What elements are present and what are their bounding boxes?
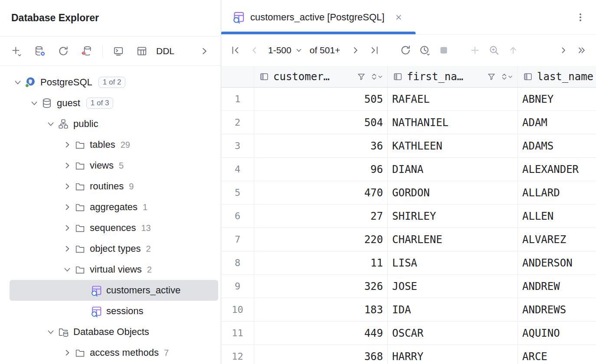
- table-row[interactable]: 12 368 HARRY ARCE: [221, 345, 596, 364]
- row-number[interactable]: 4: [221, 158, 254, 181]
- chevron-down-icon[interactable]: [62, 264, 73, 275]
- row-number[interactable]: 1: [221, 88, 254, 110]
- column-header-first-name[interactable]: first_na…: [388, 66, 518, 87]
- row-number[interactable]: 10: [221, 298, 254, 321]
- cell-customer-id[interactable]: 504: [254, 111, 388, 134]
- tab-close-button[interactable]: [393, 12, 404, 23]
- row-number[interactable]: 9: [221, 275, 254, 298]
- table-row[interactable]: 1 505 RAFAEL ABNEY: [221, 88, 596, 111]
- tree-item-public[interactable]: public: [10, 114, 218, 134]
- previous-page-button[interactable]: [246, 41, 264, 59]
- cell-customer-id[interactable]: 470: [254, 181, 388, 204]
- chevron-right-icon[interactable]: [62, 222, 73, 234]
- tree-item-postgresql[interactable]: PostgreSQL 1 of 2: [10, 72, 218, 93]
- cell-last-name[interactable]: ALLEN: [518, 205, 596, 228]
- cell-last-name[interactable]: ALLARD: [518, 181, 596, 204]
- table-row[interactable]: 5 470 GORDON ALLARD: [221, 181, 596, 205]
- next-page-button[interactable]: [346, 41, 364, 59]
- cell-customer-id[interactable]: 96: [254, 158, 388, 181]
- cell-last-name[interactable]: ALVAREZ: [518, 228, 596, 251]
- stop-query-button[interactable]: [435, 41, 453, 59]
- ddl-button[interactable]: DDL: [156, 42, 175, 60]
- cell-last-name[interactable]: ANDERSON: [518, 251, 596, 274]
- row-number[interactable]: 2: [221, 111, 254, 134]
- table-row[interactable]: 4 96 DIANA ALEXANDER: [221, 158, 596, 181]
- tree-item-guest[interactable]: guest 1 of 3: [10, 93, 218, 114]
- table-row[interactable]: 10 183 IDA ANDREWS: [221, 298, 596, 322]
- cell-first-name[interactable]: RAFAEL: [388, 88, 518, 110]
- cell-customer-id[interactable]: 11: [254, 251, 388, 274]
- tree-item-tables[interactable]: tables 29: [10, 134, 218, 155]
- tree-item-views[interactable]: views 5: [10, 155, 218, 176]
- tree-item-database-objects[interactable]: Database Objects: [10, 322, 218, 342]
- first-page-button[interactable]: [226, 41, 245, 59]
- cell-last-name[interactable]: ARCE: [518, 345, 596, 364]
- cell-first-name[interactable]: GORDON: [388, 181, 518, 204]
- cell-first-name[interactable]: KATHLEEN: [388, 134, 518, 157]
- add-row-button[interactable]: [466, 41, 484, 59]
- chevron-right-icon[interactable]: [62, 347, 73, 358]
- filter-funnel-icon[interactable]: [487, 72, 496, 81]
- chevron-right-icon[interactable]: [62, 181, 73, 192]
- detach-data-source-button[interactable]: [77, 42, 96, 60]
- cell-first-name[interactable]: CHARLENE: [388, 228, 518, 251]
- table-row[interactable]: 3 36 KATHLEEN ADAMS: [221, 134, 596, 158]
- cell-first-name[interactable]: DIANA: [388, 158, 518, 181]
- cell-customer-id[interactable]: 326: [254, 275, 388, 298]
- tree-item-customers-active[interactable]: customers_active: [10, 280, 218, 301]
- last-page-button[interactable]: [365, 41, 383, 59]
- table-row[interactable]: 7 220 CHARLENE ALVAREZ: [221, 228, 596, 251]
- chevron-right-icon[interactable]: [62, 160, 73, 171]
- new-item-button[interactable]: [7, 42, 26, 60]
- cell-first-name[interactable]: JOSE: [388, 275, 518, 298]
- toolbar-more-chevron[interactable]: [195, 42, 214, 60]
- tree-item-sequences[interactable]: sequences 13: [10, 218, 218, 238]
- scroll-toolbar-chevron[interactable]: [554, 41, 573, 59]
- chevron-down-icon[interactable]: [12, 77, 23, 88]
- row-number[interactable]: 7: [221, 228, 254, 251]
- submit-changes-button[interactable]: [504, 41, 522, 59]
- table-row[interactable]: 6 27 SHIRLEY ALLEN: [221, 205, 596, 228]
- row-number[interactable]: 12: [221, 345, 254, 364]
- table-row[interactable]: 8 11 LISA ANDERSON: [221, 251, 596, 275]
- row-number[interactable]: 8: [221, 251, 254, 274]
- page-range-dropdown[interactable]: 1-500: [265, 45, 306, 55]
- cell-last-name[interactable]: ADAMS: [518, 134, 596, 157]
- cell-last-name[interactable]: ALEXANDER: [518, 158, 596, 181]
- cell-customer-id[interactable]: 220: [254, 228, 388, 251]
- cell-last-name[interactable]: AQUINO: [518, 322, 596, 344]
- cell-first-name[interactable]: LISA: [388, 251, 518, 274]
- chevron-down-icon[interactable]: [45, 326, 56, 338]
- sort-arrows-icon[interactable]: [500, 72, 513, 81]
- cell-last-name[interactable]: ANDREWS: [518, 298, 596, 321]
- cell-last-name[interactable]: ABNEY: [518, 88, 596, 110]
- gutter-header-cell[interactable]: [221, 66, 254, 87]
- tree-item-sessions[interactable]: sessions: [10, 301, 218, 322]
- cell-last-name[interactable]: ANDREW: [518, 275, 596, 298]
- row-number[interactable]: 11: [221, 322, 254, 344]
- editor-options-button[interactable]: [575, 12, 596, 23]
- row-number[interactable]: 6: [221, 205, 254, 228]
- auto-refresh-button[interactable]: [416, 41, 434, 59]
- table-row[interactable]: 11 449 OSCAR AQUINO: [221, 322, 596, 345]
- tree-item-object-types[interactable]: object types 2: [10, 238, 218, 259]
- cell-customer-id[interactable]: 36: [254, 134, 388, 157]
- refresh-button[interactable]: [54, 42, 73, 60]
- table-row[interactable]: 9 326 JOSE ANDREW: [221, 275, 596, 298]
- tree-item-routines[interactable]: routines 9: [10, 176, 218, 197]
- data-source-properties-button[interactable]: [30, 42, 49, 60]
- filter-funnel-icon[interactable]: [357, 72, 366, 81]
- cell-customer-id[interactable]: 505: [254, 88, 388, 110]
- tab-customers-active[interactable]: customers_active [PostgreSQL]: [221, 0, 416, 34]
- cell-first-name[interactable]: IDA: [388, 298, 518, 321]
- chevron-right-icon[interactable]: [62, 202, 73, 213]
- cell-customer-id[interactable]: 183: [254, 298, 388, 321]
- preview-pending-changes-button[interactable]: [485, 41, 503, 59]
- cell-customer-id[interactable]: 368: [254, 345, 388, 364]
- open-table-button[interactable]: [132, 42, 151, 60]
- tree-item-virtual-views[interactable]: virtual views 2: [10, 259, 218, 280]
- cell-first-name[interactable]: HARRY: [388, 345, 518, 364]
- column-header-customer-id[interactable]: customer…: [254, 66, 388, 87]
- toolbar-overflow-chevrons[interactable]: [573, 41, 591, 59]
- cell-customer-id[interactable]: 27: [254, 205, 388, 228]
